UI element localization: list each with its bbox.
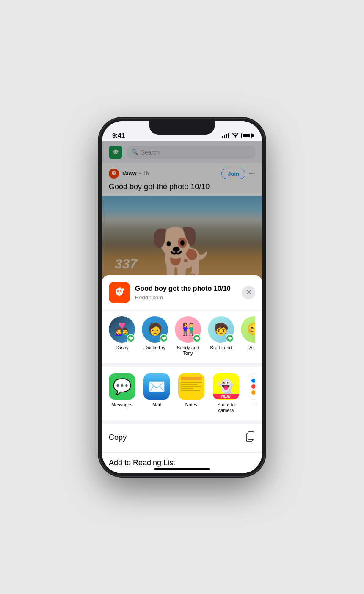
contact-name-ar: Ar…: [249, 345, 255, 351]
battery-icon: [241, 133, 252, 138]
svg-point-13: [120, 290, 122, 292]
contact-avatar-casey: 👩‍❤️‍👨 💬: [109, 316, 135, 343]
apps-scroll: 💬 Messages ✉️ Mail: [109, 373, 255, 413]
copy-label: Copy: [109, 433, 127, 442]
contact-name-dustin: Dustin Fry: [144, 345, 165, 351]
phone-screen: 9:41: [102, 121, 262, 473]
message-badge-sandy-tony: 💬: [193, 334, 201, 343]
contact-avatar-ar: 😊 💬: [241, 316, 255, 343]
add-to-reading-row[interactable]: Add to Reading List: [102, 452, 262, 473]
app-content: 🔍 Search: [102, 141, 262, 473]
share-subtitle: Reddit.com: [135, 294, 237, 301]
message-badge-casey: 💬: [127, 334, 135, 343]
share-close-button[interactable]: ✕: [242, 286, 255, 299]
signal-bars-icon: [222, 133, 229, 138]
snapchat-app-icon: 👻 NEW: [213, 373, 239, 400]
contact-name-sandy-tony: Sandy and Tony: [175, 345, 201, 356]
message-badge-dustin: 💬: [160, 334, 168, 343]
contact-name-brett: Brett Lund: [210, 345, 232, 351]
app-notes[interactable]: Notes: [178, 373, 204, 413]
contact-sandy-tony[interactable]: 👫 💬 Sandy and Tony: [175, 316, 201, 356]
contact-avatar-brett: 🧒 💬: [208, 316, 234, 343]
reminders-app-icon: [248, 373, 255, 400]
app-reminders[interactable]: Rem…: [248, 373, 255, 413]
share-header: Good boy got the photo 10/10 Reddit.com …: [102, 275, 262, 309]
contact-casey[interactable]: 👩‍❤️‍👨 💬 Casey: [109, 316, 135, 356]
messages-app-icon: 💬: [109, 373, 135, 400]
contact-brett[interactable]: 🧒 💬 Brett Lund: [208, 316, 234, 356]
svg-point-0: [235, 136, 236, 137]
status-icons: [222, 133, 252, 139]
add-reading-label: Add to Reading List: [109, 459, 175, 467]
contacts-section: 👩‍❤️‍👨 💬 Casey: [102, 309, 262, 363]
message-badge-brett: 💬: [226, 334, 234, 343]
share-title: Good boy got the photo 10/10: [135, 285, 237, 293]
notes-app-icon: [178, 373, 204, 400]
new-badge: NEW: [213, 394, 239, 399]
svg-point-12: [117, 290, 119, 292]
contact-avatar-sandy-tony: 👫 💬: [175, 316, 201, 343]
contacts-scroll: 👩‍❤️‍👨 💬 Casey: [109, 316, 255, 356]
mail-app-label: Mail: [152, 402, 161, 408]
home-indicator: [154, 468, 210, 470]
svg-point-14: [121, 288, 124, 291]
phone-outer: 9:41: [0, 0, 364, 594]
copy-row[interactable]: Copy: [102, 424, 262, 452]
app-snapchat[interactable]: 👻 NEW Share tocamera: [213, 373, 239, 413]
copy-icon: [246, 431, 255, 444]
app-messages[interactable]: 💬 Messages: [109, 373, 135, 413]
apps-section: 💬 Messages ✉️ Mail: [102, 367, 262, 420]
messages-app-label: Messages: [111, 402, 132, 408]
notch: [149, 121, 215, 135]
notes-app-label: Notes: [185, 402, 198, 408]
contact-avatar-dustin: 🧑 💬: [142, 316, 168, 343]
share-sheet: Good boy got the photo 10/10 Reddit.com …: [102, 275, 262, 473]
status-time: 9:41: [112, 132, 125, 139]
app-mail[interactable]: ✉️ Mail: [143, 373, 170, 413]
wifi-icon: [232, 133, 239, 139]
mail-app-icon: ✉️: [143, 373, 170, 400]
share-app-icon: [109, 282, 130, 303]
svg-rect-16: [248, 432, 254, 439]
phone-frame: 9:41: [99, 119, 265, 476]
contact-ar[interactable]: 😊 💬 Ar…: [241, 316, 255, 356]
contact-dustin[interactable]: 🧑 💬 Dustin Fry: [142, 316, 168, 356]
snapchat-app-label: Share tocamera: [217, 402, 235, 413]
contact-name-casey: Casey: [115, 345, 128, 351]
reminders-app-label: Rem…: [254, 402, 255, 408]
share-title-group: Good boy got the photo 10/10 Reddit.com: [135, 285, 237, 301]
